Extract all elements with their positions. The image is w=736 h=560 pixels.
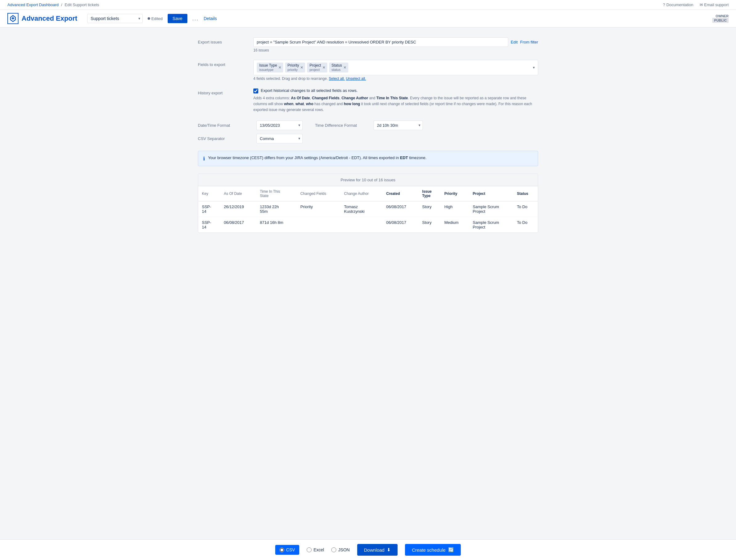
- preview-section: Preview for 10 out of 16 issues Key As O…: [198, 174, 538, 233]
- header-bar: Advanced Export Support tickets All issu…: [0, 10, 736, 27]
- csvsep-label: CSV Separator: [198, 136, 253, 141]
- owner-label: OWNER: [712, 14, 729, 18]
- cell-time-1: 1233d 22h55m: [256, 201, 297, 217]
- cell-as-of-date-2: 06/08/2017: [220, 217, 256, 233]
- cell-status-2: To Do: [513, 217, 538, 233]
- info-text: Your browser timezone (CEST) differs fro…: [208, 155, 426, 160]
- cell-type-1: Story: [418, 201, 441, 217]
- history-export-label: History export: [198, 88, 253, 95]
- breadcrumb-link-1[interactable]: Advanced Export Dashboard: [7, 2, 59, 7]
- col-priority: Priority: [441, 186, 469, 201]
- export-issues-content: Edit From filter 16 issues: [253, 37, 538, 52]
- breadcrumb: Advanced Export Dashboard / Edit Support…: [7, 2, 99, 7]
- remove-priority-button[interactable]: ✕: [300, 65, 303, 70]
- datetime-select-wrap[interactable]: 13/05/2023 05/13/2023 2023-05-13: [257, 121, 303, 130]
- cell-key-2: SSP-14: [198, 217, 220, 233]
- fields-to-export-row: Fields to export Issue Typeissuetype ✕ P…: [198, 60, 538, 81]
- info-box: ℹ Your browser timezone (CEST) differs f…: [198, 151, 538, 166]
- fields-arrow: ▾: [533, 65, 535, 70]
- view-select[interactable]: Support tickets All issues Bug tracker: [87, 14, 143, 23]
- col-as-of-date: As Of Date: [220, 186, 256, 201]
- col-created: Created: [382, 186, 418, 201]
- remove-status-button[interactable]: ✕: [343, 65, 347, 70]
- datetime-group: Date/Time Format 13/05/2023 05/13/2023 2…: [198, 121, 303, 130]
- history-export-content: Export historical changes to all selecte…: [253, 88, 538, 113]
- save-button[interactable]: Save: [168, 14, 187, 23]
- csvsep-select[interactable]: Comma Semicolon Tab: [257, 134, 303, 143]
- csvsep-group: CSV Separator Comma Semicolon Tab: [198, 134, 303, 143]
- export-issues-row: Export issues Edit From filter 16 issues: [198, 37, 538, 52]
- col-status: Status: [513, 186, 538, 201]
- documentation-link[interactable]: ? Documentation: [663, 2, 693, 7]
- preview-table: Key As Of Date Time In ThisState Changed…: [198, 186, 538, 233]
- timediff-label: Time Difference Format: [315, 123, 370, 128]
- table-body: SSP-14 26/12/2019 1233d 22h55m Priority …: [198, 201, 538, 233]
- cell-type-2: Story: [418, 217, 441, 233]
- cell-project-1: Sample ScrumProject: [469, 201, 513, 217]
- field-tag-project: Projectproject ✕: [307, 63, 327, 72]
- app-title: Advanced Export: [22, 14, 77, 23]
- field-tag-issue-type: Issue Typeissuetype ✕: [257, 63, 283, 72]
- main-content: Export issues Edit From filter 16 issues…: [183, 27, 553, 267]
- timediff-select-wrap[interactable]: 2d 10h 30m 58h 30m 3510m: [373, 121, 423, 130]
- field-tag-priority: Prioritypriority ✕: [285, 63, 305, 72]
- export-query: Edit From filter: [253, 37, 538, 47]
- query-input[interactable]: [253, 37, 508, 47]
- cell-author-2: [340, 217, 382, 233]
- cell-priority-2: Medium: [441, 217, 469, 233]
- cell-status-1: To Do: [513, 201, 538, 217]
- csvsep-select-wrap[interactable]: Comma Semicolon Tab: [257, 134, 303, 143]
- email-support-link[interactable]: ✉ Email support: [700, 2, 729, 7]
- export-issues-label: Export issues: [198, 37, 253, 44]
- cell-project-2: Sample ScrumProject: [469, 217, 513, 233]
- view-select-wrap[interactable]: Support tickets All issues Bug tracker: [87, 14, 143, 23]
- cell-priority-1: High: [441, 201, 469, 217]
- remove-issue-type-button[interactable]: ✕: [278, 65, 282, 70]
- fields-to-export-label: Fields to export: [198, 60, 253, 67]
- col-time-in-state: Time In ThisState: [256, 186, 297, 201]
- info-icon: ℹ: [203, 156, 205, 162]
- col-changed-fields: Changed Fields: [297, 186, 340, 201]
- history-checkbox-label: Export historical changes to all selecte…: [261, 88, 358, 93]
- edit-link[interactable]: Edit: [511, 40, 517, 44]
- history-export-checkbox[interactable]: [253, 89, 258, 93]
- from-filter-link[interactable]: From filter: [520, 40, 538, 44]
- select-all-link[interactable]: Select all.: [329, 76, 345, 81]
- timediff-select[interactable]: 2d 10h 30m 58h 30m 3510m: [373, 121, 423, 130]
- unselect-all-link[interactable]: Unselect all.: [346, 76, 366, 81]
- remove-project-button[interactable]: ✕: [323, 65, 326, 70]
- fields-to-export-content: Issue Typeissuetype ✕ Prioritypriority ✕…: [253, 60, 538, 81]
- datetime-label: Date/Time Format: [198, 123, 253, 128]
- table-row: SSP-14 26/12/2019 1233d 22h55m Priority …: [198, 201, 538, 217]
- col-change-author: Change Author: [340, 186, 382, 201]
- cell-changed-2: [297, 217, 340, 233]
- details-link[interactable]: Details: [204, 16, 217, 21]
- email-icon: ✉: [700, 2, 703, 7]
- issues-count: 16 issues: [253, 48, 538, 52]
- datetime-select[interactable]: 13/05/2023 05/13/2023 2023-05-13: [257, 121, 303, 130]
- top-nav-right: ? Documentation ✉ Email support: [663, 2, 729, 7]
- more-button[interactable]: ...: [192, 15, 199, 22]
- logo-area: Advanced Export: [7, 13, 77, 24]
- preview-header: Preview for 10 out of 16 issues: [198, 174, 538, 186]
- question-icon: ?: [663, 2, 665, 7]
- cell-key-1: SSP-14: [198, 201, 220, 217]
- logo-icon: [7, 13, 19, 24]
- fields-note: 4 fields selected. Drag and drop to rear…: [253, 76, 538, 81]
- col-issue-type: IssueType: [418, 186, 441, 201]
- top-nav: Advanced Export Dashboard / Edit Support…: [0, 0, 736, 10]
- public-badge: PUBLIC: [712, 18, 729, 23]
- edited-dot: [148, 17, 150, 20]
- history-row: Export historical changes to all selecte…: [253, 88, 538, 93]
- cell-created-2: 06/08/2017: [382, 217, 418, 233]
- history-detail: Adds 4 extra columns: As Of Date, Change…: [253, 95, 538, 113]
- col-key: Key: [198, 186, 220, 201]
- breadcrumb-separator: /: [61, 2, 62, 7]
- cell-as-of-date-1: 26/12/2019: [220, 201, 256, 217]
- fields-box[interactable]: Issue Typeissuetype ✕ Prioritypriority ✕…: [253, 60, 538, 75]
- breadcrumb-current: Edit Support tickets: [65, 2, 99, 7]
- timediff-group: Time Difference Format 2d 10h 30m 58h 30…: [315, 121, 423, 130]
- cell-time-2: 871d 16h 8m: [256, 217, 297, 233]
- cell-changed-1: Priority: [297, 201, 340, 217]
- owner-badge: OWNER PUBLIC: [712, 14, 729, 23]
